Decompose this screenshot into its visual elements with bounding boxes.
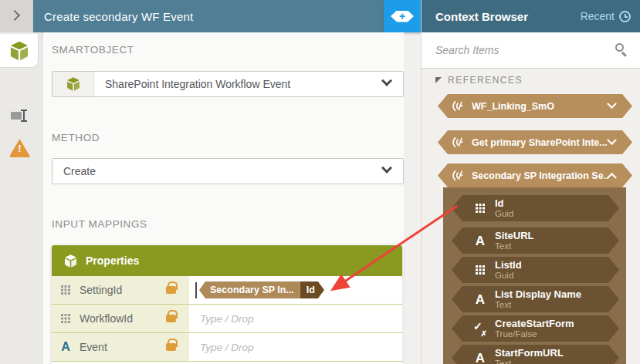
- search-bar: [422, 32, 640, 69]
- page-title: Create secondary WF Event: [33, 10, 193, 23]
- method-value: Create: [52, 165, 383, 177]
- type-drop-placeholder: Type / Drop: [195, 313, 254, 325]
- context-browser-title: Context Browser: [422, 10, 581, 23]
- token-reference-label: Secondary SP In...: [199, 281, 300, 298]
- search-input[interactable]: [422, 44, 614, 56]
- mapping-input-workflowid[interactable]: Type / Drop: [189, 305, 402, 332]
- table-row: SettingId Secondary SP In... Id: [52, 276, 402, 305]
- collapse-panel-button[interactable]: [0, 0, 33, 32]
- reference-item-wf-linking[interactable]: WF_Linking_SmO: [438, 94, 632, 118]
- field-item-id[interactable]: Id Guid: [452, 195, 619, 221]
- method-dropdown[interactable]: Create: [52, 158, 404, 184]
- references-label: REFERENCES: [448, 75, 523, 86]
- clock-icon: [619, 11, 631, 22]
- reference-waves-icon: [452, 99, 466, 113]
- properties-header: Properties: [52, 245, 402, 276]
- chevron-down-icon: [607, 99, 617, 109]
- cube-icon: [63, 254, 78, 268]
- lock-icon: [166, 315, 176, 322]
- lock-icon: [166, 286, 176, 294]
- chevron-down-icon: [607, 135, 617, 145]
- smartobject-dropdown[interactable]: SharePoint Integration Workflow Event: [52, 71, 404, 97]
- check-cross-icon: ✓✗: [473, 322, 487, 335]
- tab-rename[interactable]: [0, 99, 39, 133]
- tab-smartobject[interactable]: [0, 34, 39, 68]
- reference-waves-icon: [452, 168, 466, 183]
- token-field-label: Id: [300, 281, 324, 298]
- references-section-toggle[interactable]: REFERENCES: [435, 75, 523, 86]
- field-item-startformurl[interactable]: A StartFormURL Text: [452, 345, 619, 364]
- lock-icon: [166, 343, 176, 351]
- add-context-button[interactable]: +: [384, 0, 421, 32]
- k2-designer: Create secondary WF Event + ! SMARTOBJEC…: [0, 0, 640, 364]
- collapse-triangle-icon: [435, 77, 442, 83]
- input-mappings-label: INPUT MAPPINGS: [52, 218, 147, 230]
- mapping-input-settingid[interactable]: Secondary SP In... Id: [189, 276, 402, 304]
- search-icon[interactable]: [614, 42, 629, 58]
- type-drop-placeholder: Type / Drop: [195, 342, 254, 353]
- context-browser-header: Context Browser Recent: [422, 0, 640, 32]
- rename-icon: [11, 110, 29, 122]
- cube-icon: [8, 40, 30, 62]
- field-item-listid[interactable]: ListId Guid: [452, 257, 619, 283]
- text-a-icon: A: [476, 234, 485, 248]
- text-a-icon: A: [476, 293, 485, 306]
- text-a-icon: A: [61, 341, 70, 353]
- wizard-body: SMARTOBJECT SharePoint Integration Workf…: [43, 32, 404, 364]
- chevron-down-icon: [381, 163, 392, 174]
- table-row: WorkflowId Type / Drop: [52, 305, 402, 333]
- reference-fields-container: Id Guid A SiteURL Text ListId Guid A: [443, 187, 626, 364]
- mapping-input-event[interactable]: Type / Drop: [189, 333, 402, 361]
- wizard-header: Create secondary WF Event: [33, 0, 384, 32]
- recent-button[interactable]: Recent: [581, 10, 640, 22]
- property-name: Event: [80, 341, 166, 353]
- properties-table: Properties SettingId Secondary SP In... …: [52, 245, 402, 364]
- property-name: SettingId: [80, 284, 166, 296]
- field-item-createstartform[interactable]: ✓✗ CreateStartForm True/False: [452, 315, 619, 342]
- field-item-siteurl[interactable]: A SiteURL Text: [452, 228, 619, 254]
- warning-icon: !: [9, 139, 31, 157]
- left-toolbar: !: [0, 32, 42, 364]
- smartobject-value: SharePoint Integration Workflow Event: [94, 78, 383, 90]
- reference-item-get-primary[interactable]: Get primary SharePoint Inte...: [438, 130, 632, 154]
- context-browser-panel: Context Browser Recent REFERENCES WF_Lin…: [421, 0, 640, 364]
- method-label: METHOD: [52, 132, 100, 143]
- chevron-right-icon: [9, 10, 20, 21]
- smartobject-label: SMARTOBJECT: [52, 44, 134, 56]
- guid-grid-icon: [61, 314, 70, 323]
- table-row: A Event Type / Drop: [52, 333, 402, 362]
- text-a-icon: A: [476, 352, 485, 364]
- reference-item-secondary-sp[interactable]: Secondary SP Integration Se...: [438, 163, 632, 187]
- field-item-list-display-name[interactable]: A List Display Name Text: [452, 286, 619, 312]
- recent-label: Recent: [581, 10, 615, 22]
- property-name: WorkflowId: [80, 312, 166, 325]
- cube-icon: [66, 76, 81, 92]
- plus-hexagon-icon: +: [391, 11, 414, 22]
- properties-title: Properties: [86, 254, 139, 267]
- guid-grid-icon: [476, 265, 485, 275]
- guid-grid-icon: [61, 285, 70, 295]
- reference-waves-icon: [452, 135, 466, 150]
- text-caret: [195, 282, 197, 298]
- guid-grid-icon: [476, 204, 485, 213]
- mapping-token[interactable]: Secondary SP In... Id: [199, 281, 324, 298]
- tab-warnings[interactable]: !: [0, 131, 39, 165]
- chevron-up-icon: [607, 173, 617, 183]
- chevron-down-icon: [381, 76, 392, 86]
